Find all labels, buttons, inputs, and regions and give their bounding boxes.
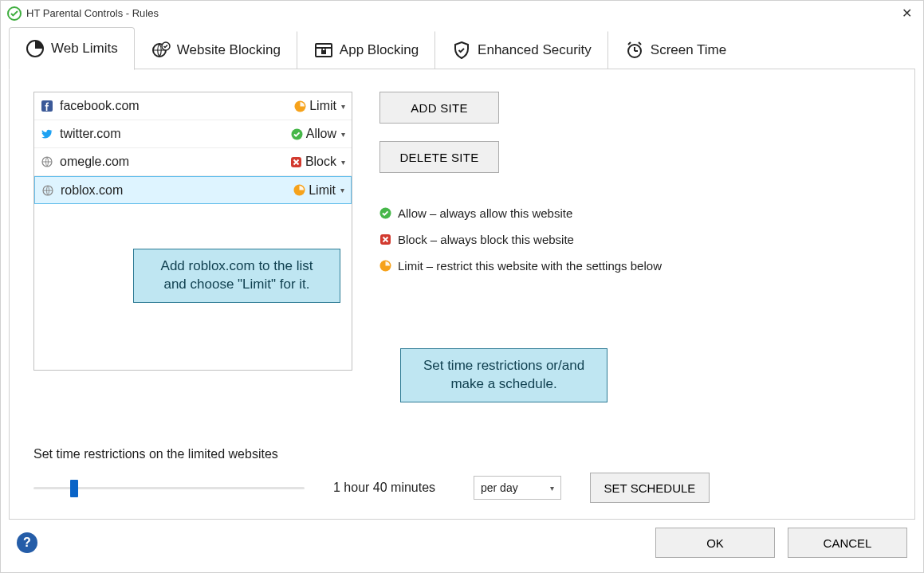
globe-icon [41, 156, 53, 167]
callout-time: Set time restrictions or/and make a sche… [400, 348, 607, 402]
chevron-down-icon: ▾ [550, 484, 554, 493]
cancel-button[interactable]: CANCEL [788, 528, 907, 558]
app-icon [7, 6, 22, 21]
clock-icon [26, 39, 45, 58]
site-action-dropdown[interactable]: Block ▾ [290, 155, 345, 169]
site-action-dropdown[interactable]: Limit ▾ [293, 183, 344, 198]
legend-allow: Allow – always allow this website [379, 206, 662, 220]
add-site-button[interactable]: ADD SITE [379, 92, 499, 124]
site-action-label: Limit [309, 183, 336, 198]
chevron-down-icon: ▾ [341, 158, 345, 167]
tab-label: Website Blocking [177, 42, 281, 58]
tab-web-limits[interactable]: Web Limits [9, 27, 135, 70]
allow-icon [379, 207, 391, 219]
svg-line-10 [628, 42, 631, 45]
limit-icon [294, 100, 306, 112]
legend-limit: Limit – restrict this website with the s… [379, 259, 662, 273]
chevron-down-icon: ▾ [340, 186, 344, 194]
tab-label: Screen Time [651, 42, 726, 58]
window-lock-icon [314, 41, 333, 60]
site-action-label: Allow [306, 127, 336, 141]
site-row-roblox[interactable]: roblox.com Limit ▾ [34, 176, 352, 204]
callout-text: Add roblox.com to the list and choose "L… [161, 258, 313, 292]
legend-text: Allow – always allow this website [398, 206, 572, 220]
close-icon[interactable]: ✕ [897, 6, 917, 21]
svg-rect-6 [321, 50, 326, 54]
globe-check-icon [151, 41, 171, 60]
tab-label: Web Limits [51, 41, 118, 57]
tabs: Web Limits Website Blocking App Blocking… [9, 26, 918, 69]
time-slider[interactable] [33, 480, 305, 496]
globe-icon [41, 185, 54, 196]
limit-icon [379, 260, 391, 272]
limit-icon [293, 184, 305, 196]
site-list[interactable]: facebook.com Limit ▾ twi [33, 92, 352, 371]
site-action-label: Block [305, 155, 336, 169]
legend-block: Block – always block this website [379, 233, 662, 246]
ok-button[interactable]: OK [655, 528, 775, 558]
time-section-label: Set time restrictions on the limited web… [33, 447, 891, 461]
tab-enhanced-security[interactable]: Enhanced Security [435, 31, 608, 69]
site-domain: twitter.com [60, 127, 285, 141]
legend-text: Limit – restrict this website with the s… [398, 259, 662, 273]
tab-screen-time[interactable]: Screen Time [608, 31, 742, 69]
site-row-facebook[interactable]: facebook.com Limit ▾ [34, 92, 352, 120]
block-icon [379, 234, 391, 245]
tab-app-blocking[interactable]: App Blocking [297, 31, 435, 69]
svg-line-11 [639, 42, 641, 45]
block-icon [290, 156, 302, 168]
twitter-icon [41, 128, 53, 139]
site-row-omegle[interactable]: omegle.com Block ▾ [34, 148, 352, 176]
site-row-twitter[interactable]: twitter.com Allow ▾ [34, 120, 352, 148]
chevron-down-icon: ▾ [341, 130, 345, 139]
callout-add-limit: Add roblox.com to the list and choose "L… [133, 249, 340, 303]
chevron-down-icon: ▾ [341, 102, 345, 111]
site-action-dropdown[interactable]: Allow ▾ [291, 127, 345, 141]
help-button[interactable]: ? [17, 532, 37, 553]
allow-icon [291, 128, 303, 140]
legend-text: Block – always block this website [398, 233, 574, 246]
time-period-select[interactable]: per day ▾ [474, 476, 561, 500]
tab-website-blocking[interactable]: Website Blocking [135, 31, 297, 69]
alarm-icon [625, 41, 644, 60]
delete-site-button[interactable]: DELETE SITE [379, 141, 499, 173]
time-duration: 1 hour 40 minutes [333, 481, 445, 495]
tab-label: Enhanced Security [478, 42, 592, 58]
tab-label: App Blocking [340, 42, 419, 58]
facebook-icon [41, 100, 53, 112]
select-value: per day [481, 481, 518, 494]
shield-icon [452, 41, 471, 60]
window-title: HT Parental Controls - Rules [26, 7, 159, 19]
site-domain: omegle.com [60, 155, 284, 169]
site-domain: roblox.com [61, 183, 287, 198]
site-domain: facebook.com [60, 99, 288, 113]
site-action-label: Limit [309, 99, 336, 113]
site-action-dropdown[interactable]: Limit ▾ [294, 99, 345, 113]
set-schedule-button[interactable]: SET SCHEDULE [590, 473, 710, 503]
callout-text: Set time restrictions or/and make a sche… [423, 358, 584, 391]
